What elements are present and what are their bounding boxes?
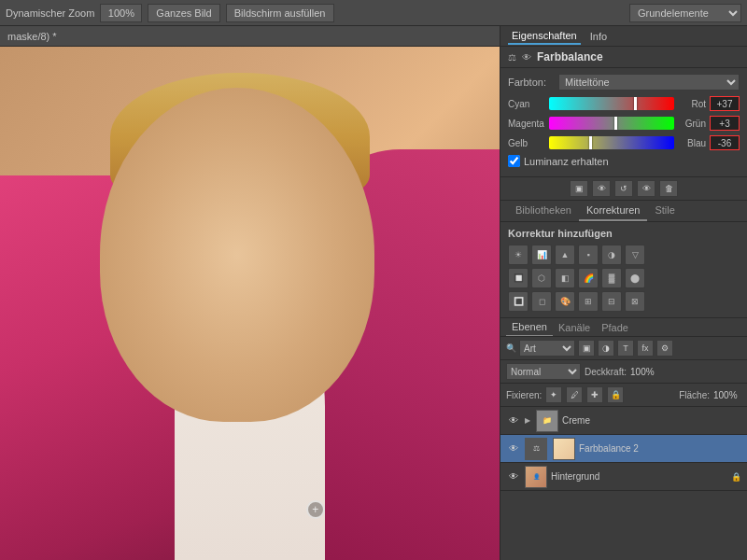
corr-lookup[interactable]: 🔳 [508,291,529,312]
gelb-blau-slider[interactable] [549,136,674,149]
corr-levels[interactable]: 📊 [531,245,552,265]
filter-icon: 🔍 [506,343,516,353]
corr-title: Korrektur hinzufügen [508,228,740,239]
gelb-label: Gelb [508,138,545,148]
tab-bibliotheken[interactable]: Bibliotheken [508,201,579,221]
fix-lock-icon[interactable]: 🔒 [607,386,624,403]
zoom-icon [306,500,325,519]
cyan-rot-row: Cyan Rot +37 [508,96,740,111]
corr-pattern[interactable]: ⊞ [578,291,599,312]
view-icon[interactable]: 👁 [637,180,655,197]
eye-hintergrund[interactable]: 👁 [506,469,521,484]
corr-solid[interactable]: 🎨 [555,291,575,312]
cyan-rot-slider[interactable] [549,97,674,110]
fit-button[interactable]: Ganzes Bild [148,4,219,22]
eye2-icon[interactable]: 👁 [592,180,611,197]
farbton-select[interactable]: Mitteltöne [558,74,740,91]
magenta-gruen-slider[interactable] [549,117,674,130]
corr-exposure[interactable]: ▪ [578,245,599,265]
rot-label: Rot [678,99,706,109]
luminanz-label: Luminanz erhalten [524,156,609,167]
zoom-mode-label: Dynamischer Zoom [6,7,94,19]
mask-icon[interactable]: ▣ [570,180,588,197]
refresh-icon[interactable]: ↺ [614,180,633,197]
tab-stile[interactable]: Stile [647,201,682,221]
corr-threshold[interactable]: ▓ [601,268,622,288]
thumb-farbbalance: ⚖ [525,438,547,460]
tab-korrekturen[interactable]: Korrekturen [579,201,647,221]
top-toolbar: Dynamischer Zoom Ganzes Bild Bildschirm … [0,0,747,26]
gelb-blau-row: Gelb Blau -36 [508,135,740,150]
tab-eigenschaften[interactable]: Eigenschaften [508,28,581,45]
fix-brush-icon[interactable]: 🖊 [566,386,583,403]
layer-group-creme[interactable]: 👁 ▶ 📁 Creme [500,407,747,435]
tab-info[interactable]: Info [586,29,611,44]
corr-channel[interactable]: 🌈 [578,268,599,288]
corr-vibrance[interactable]: ◑ [601,245,622,265]
layer-name-hintergrund: Hintergrund [551,471,727,482]
gelb-blau-value[interactable]: -36 [710,135,740,150]
tab-kanaele[interactable]: Kanäle [553,319,596,336]
corr-extra1[interactable]: ⊟ [601,291,622,312]
canvas-tab[interactable]: maske/8) * [0,26,500,47]
cyan-rot-value[interactable]: +37 [710,96,740,111]
corr-brightness[interactable]: ☀ [508,245,529,265]
layer-farbbalance[interactable]: 👁 ⚖ Farbbalance 2 [500,435,747,463]
prop-icons-row: ▣ 👁 ↺ 👁 🗑 [500,177,747,201]
corr-bw[interactable]: ⬡ [531,268,552,288]
corr-hsl[interactable]: ▽ [625,245,645,265]
eye-farbbalance[interactable]: 👁 [506,441,521,456]
layers-toolbar: 🔍 Art ▣ ◑ T fx ⚙ [500,337,747,360]
tab-pfade[interactable]: Pfade [596,319,634,336]
gruen-label: Grün [678,119,706,129]
magenta-gruen-thumb[interactable] [614,117,617,130]
blend-select[interactable]: Normal [506,363,581,380]
magenta-gruen-value[interactable]: +3 [710,116,740,131]
corr-icons-row1: ☀ 📊 ▲ ▪ ◑ ▽ [508,245,740,265]
corr-icons-row3: 🔳 ◻ 🎨 ⊞ ⊟ ⊠ [508,291,740,312]
corr-curves[interactable]: ▲ [555,245,575,265]
farbton-label: Farbton: [508,77,555,88]
adjust-icon[interactable]: ⚙ [656,340,673,357]
opacity-value[interactable]: 100% [630,367,663,377]
layers-panel-tabs: Ebenen Kanäle Pfade [500,318,747,337]
luminanz-row: Luminanz erhalten [508,155,740,167]
fix-pos-icon[interactable]: ✦ [545,386,562,403]
corrections-section: Korrektur hinzufügen ☀ 📊 ▲ ▪ ◑ ▽ 🔲 ⬡ ◧ 🌈… [500,222,747,318]
corr-posterize[interactable]: ⬤ [625,268,645,288]
layer-hintergrund[interactable]: 👁 👤 Hintergrund 🔒 [500,463,747,491]
fix-move-icon[interactable]: ✚ [586,386,603,403]
smart-icon[interactable]: T [617,340,634,357]
cyan-rot-thumb[interactable] [634,97,637,110]
group-arrow-creme: ▶ [525,416,530,425]
fill-button[interactable]: Bildschirm ausfüllen [226,4,334,22]
magenta-gruen-row: Magenta Grün +3 [508,116,740,131]
luminanz-checkbox[interactable] [508,155,520,167]
canvas-image [0,47,500,560]
corr-extra2[interactable]: ⊠ [625,291,645,312]
corr-icons-row2: 🔲 ⬡ ◧ 🌈 ▓ ⬤ [508,268,740,288]
eye-creme[interactable]: 👁 [506,413,521,428]
new-group-icon[interactable]: ▣ [578,340,595,357]
filter-select[interactable]: Art [519,340,575,357]
trash-icon[interactable]: 🗑 [659,180,678,197]
corr-colorbalance[interactable]: 🔲 [508,268,529,288]
gelb-blau-thumb[interactable] [589,136,592,149]
thumb-creme: 📁 [536,410,558,432]
tab-ebenen[interactable]: Ebenen [506,318,553,336]
workspace-dropdown[interactable]: Grundelemente [629,4,741,22]
thumb-face-icon: 👤 [533,473,540,480]
corr-photo[interactable]: ◧ [555,268,575,288]
blau-label: Blau [678,138,706,148]
fx-icon[interactable]: fx [637,340,654,357]
canvas-area: maske/8) * [0,26,500,560]
lock-hintergrund: 🔒 [731,472,741,482]
main-area: maske/8) * Eigenschaften Info ⚖ 👁 Farbba… [0,26,747,560]
magenta-label: Magenta [508,119,545,129]
corr-gradient[interactable]: ◻ [531,291,552,312]
panel-title-row: ⚖ 👁 Farbbalance [500,47,747,68]
zoom-value-input[interactable] [100,4,142,22]
flaeche-value[interactable]: 100% [713,390,741,400]
face [100,88,374,422]
color-range-icon[interactable]: ◑ [598,340,614,357]
